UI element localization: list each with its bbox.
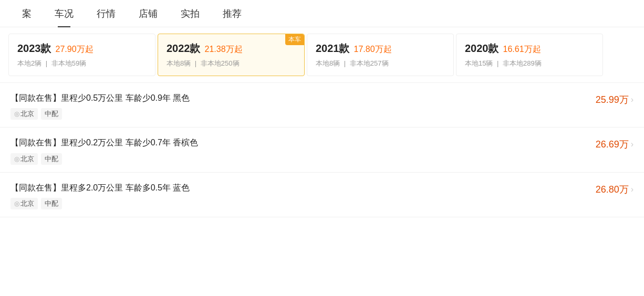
nav-item-店铺[interactable]: 店铺: [127, 0, 169, 27]
year-label: 2022款: [167, 41, 201, 56]
price-label: 16.61万起: [503, 44, 541, 55]
year-label: 2023款: [17, 41, 51, 56]
nav-item-实拍[interactable]: 实拍: [169, 0, 211, 27]
listing-price-1: 26.69万: [596, 138, 629, 151]
config-tag-2: 中配: [41, 198, 62, 209]
chevron-right-icon: ›: [631, 185, 633, 194]
year-card-1[interactable]: 本车2022款21.38万起本地8辆 | 非本地250辆: [158, 34, 305, 76]
year-card-2[interactable]: 2021款17.80万起本地8辆 | 非本地257辆: [307, 34, 454, 76]
config-tag-0: 中配: [41, 108, 62, 120]
chevron-right-icon: ›: [631, 140, 633, 149]
year-card-3[interactable]: 2020款16.61万起本地15辆 | 非本地289辆: [456, 34, 603, 76]
location-tag-1: ◎北京: [11, 153, 38, 165]
top-navigation: 案车况行情店铺实拍推荐: [0, 0, 644, 27]
year-label: 2021款: [316, 41, 350, 56]
listing-title-1: 【同款在售】里程少0.2万公里 车龄少0.7年 香槟色: [11, 137, 596, 149]
nav-item-案[interactable]: 案: [11, 0, 43, 27]
year-cards-row: 2023款27.90万起本地2辆 | 非本地59辆本车2022款21.38万起本…: [0, 27, 644, 83]
price-label: 21.38万起: [205, 44, 243, 55]
listing-title-2: 【同款在售】里程多2.0万公里 车龄多0.5年 蓝色: [11, 182, 596, 194]
chevron-right-icon: ›: [631, 95, 633, 104]
car-count: 本地8辆 | 非本地250辆: [167, 59, 296, 68]
nav-item-车况[interactable]: 车况: [43, 0, 85, 27]
listing-title-0: 【同款在售】里程少0.5万公里 车龄少0.9年 黑色: [11, 92, 596, 104]
listing-price-0: 25.99万: [596, 93, 629, 106]
listing-item-2[interactable]: 【同款在售】里程多2.0万公里 车龄多0.5年 蓝色◎北京中配26.80万›: [0, 173, 644, 217]
location-tag-0: ◎北京: [11, 108, 38, 120]
listings-container: 【同款在售】里程少0.5万公里 车龄少0.9年 黑色◎北京中配25.99万›【同…: [0, 83, 644, 217]
badge-benche: 本车: [285, 34, 304, 45]
location-icon: ◎: [14, 155, 19, 163]
car-count: 本地2辆 | 非本地59辆: [17, 59, 147, 68]
config-tag-1: 中配: [41, 153, 62, 165]
year-card-0[interactable]: 2023款27.90万起本地2辆 | 非本地59辆: [8, 34, 155, 76]
price-label: 17.80万起: [354, 44, 392, 55]
location-icon: ◎: [14, 110, 19, 118]
nav-item-行情[interactable]: 行情: [85, 0, 127, 27]
location-icon: ◎: [14, 200, 19, 207]
car-count: 本地15辆 | 非本地289辆: [465, 59, 594, 68]
listing-item-0[interactable]: 【同款在售】里程少0.5万公里 车龄少0.9年 黑色◎北京中配25.99万›: [0, 83, 644, 128]
listing-price-2: 26.80万: [596, 183, 629, 196]
price-label: 27.90万起: [56, 44, 94, 55]
year-label: 2020款: [465, 41, 499, 56]
nav-item-推荐[interactable]: 推荐: [211, 0, 253, 27]
car-count: 本地8辆 | 非本地257辆: [316, 59, 445, 68]
location-tag-2: ◎北京: [11, 198, 38, 209]
listing-item-1[interactable]: 【同款在售】里程少0.2万公里 车龄少0.7年 香槟色◎北京中配26.69万›: [0, 128, 644, 172]
